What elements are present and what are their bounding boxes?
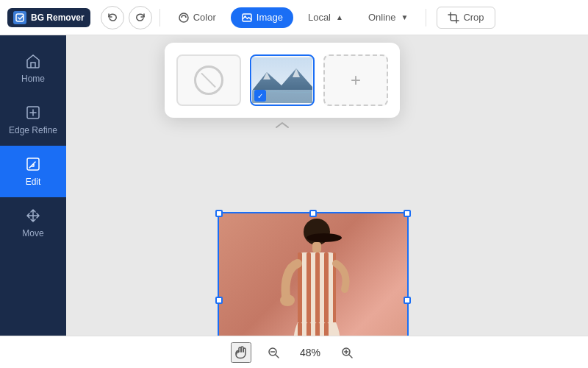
svg-rect-23: [315, 322, 320, 336]
crop-icon: [448, 12, 459, 24]
sidebar: Home Edge Refine Edit Move: [0, 35, 66, 336]
color-icon: [178, 12, 190, 24]
svg-rect-22: [306, 322, 311, 336]
bottom-bar: 48%: [0, 336, 588, 368]
edge-refine-icon: [25, 105, 41, 121]
main-area: Home Edge Refine Edit Move: [0, 35, 588, 336]
collapse-icon: [275, 121, 290, 130]
move-label: Move: [22, 228, 43, 238]
zoom-level: 48%: [295, 347, 325, 358]
online-tab-label: Online: [368, 12, 396, 23]
svg-point-20: [280, 294, 295, 306]
brand-label: BG Remover: [31, 13, 85, 23]
svg-rect-24: [324, 322, 329, 336]
person-figure: [265, 216, 361, 336]
home-label: Home: [21, 74, 45, 84]
color-tab[interactable]: Color: [168, 7, 226, 28]
redo-button[interactable]: [129, 6, 152, 29]
bg-icon: [15, 13, 24, 22]
svg-rect-16: [306, 252, 311, 326]
thumb-check-mark: ✓: [254, 90, 266, 102]
image-tab[interactable]: Image: [231, 7, 293, 28]
image-tab-label: Image: [257, 12, 283, 23]
zoom-in-icon: [341, 347, 353, 358]
add-icon: +: [351, 70, 361, 91]
sidebar-item-edge-refine[interactable]: Edge Refine: [0, 94, 66, 146]
crop-button[interactable]: Crop: [437, 7, 495, 29]
svg-line-28: [276, 355, 279, 358]
crop-label: Crop: [463, 12, 484, 23]
sidebar-item-edit[interactable]: Edit: [0, 146, 66, 197]
local-tab[interactable]: Local ▲: [298, 7, 354, 27]
canvas-area[interactable]: ✓ +: [66, 35, 588, 336]
canvas-image[interactable]: [218, 212, 409, 336]
svg-rect-0: [16, 14, 24, 21]
thumb-empty[interactable]: [176, 54, 241, 106]
svg-rect-13: [312, 242, 321, 252]
svg-point-3: [244, 15, 245, 17]
sidebar-item-home[interactable]: Home: [0, 43, 66, 94]
toolbar: BG Remover Color Image Local ▲ O: [0, 0, 588, 35]
svg-rect-21: [298, 322, 302, 336]
hand-icon: [234, 345, 248, 360]
svg-rect-18: [324, 252, 329, 326]
edge-refine-label: Edge Refine: [9, 125, 57, 135]
svg-point-1: [179, 13, 188, 22]
separator-2: [426, 9, 426, 26]
image-icon: [241, 12, 253, 24]
canvas-image-wrapper: [218, 212, 409, 336]
online-arrow: ▼: [401, 13, 408, 21]
local-tab-label: Local: [308, 12, 331, 23]
redo-icon: [135, 13, 146, 23]
svg-rect-17: [315, 252, 320, 326]
zoom-in-button[interactable]: [337, 342, 357, 363]
edit-label: Edit: [26, 177, 41, 187]
panel-collapse-arrow[interactable]: [275, 119, 290, 132]
image-background: [218, 212, 409, 336]
move-icon: [25, 208, 41, 224]
svg-point-12: [306, 233, 342, 242]
brand-logo: BG Remover: [7, 8, 90, 27]
add-image-button[interactable]: +: [323, 54, 388, 106]
home-icon: [25, 53, 41, 69]
online-tab[interactable]: Online ▼: [358, 7, 418, 27]
separator-1: [159, 9, 160, 26]
no-image-symbol: [194, 66, 223, 95]
sidebar-item-move[interactable]: Move: [0, 197, 66, 249]
thumb-mountain[interactable]: ✓: [250, 54, 315, 106]
zoom-out-button[interactable]: [263, 342, 284, 363]
svg-line-31: [349, 355, 352, 358]
color-tab-label: Color: [193, 12, 216, 23]
brand-icon: [13, 11, 26, 24]
edit-icon: [25, 156, 41, 172]
undo-button[interactable]: [101, 6, 124, 29]
image-panel: ✓ +: [165, 43, 400, 118]
thumbnail-list: ✓ +: [176, 54, 388, 106]
zoom-out-icon: [268, 347, 279, 358]
undo-icon: [107, 13, 118, 23]
local-arrow: ▲: [336, 13, 343, 21]
hand-tool-button[interactable]: [231, 342, 251, 363]
